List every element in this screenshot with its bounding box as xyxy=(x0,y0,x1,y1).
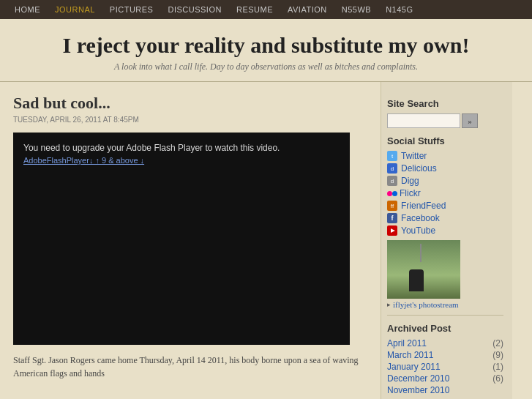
nav-item-journal[interactable]: JOURNAL xyxy=(48,5,102,14)
nav-item-home[interactable]: HOME xyxy=(7,5,48,14)
flash-link[interactable]: AdobeFlashPlayer↓ ↑ 9 & above ↓ xyxy=(23,156,340,165)
social-delicious[interactable]: d Delicious xyxy=(387,163,503,174)
social-facebook[interactable]: f Facebook xyxy=(387,213,503,223)
delicious-icon: d xyxy=(387,163,397,174)
social-digg-label: Digg xyxy=(401,176,419,186)
archive-count-march-2011: (9) xyxy=(492,350,503,360)
social-youtube[interactable]: ▶ YouTube xyxy=(387,225,503,236)
nav-item-n145g[interactable]: N145G xyxy=(378,5,420,14)
post-title: Sad but cool... xyxy=(13,94,367,113)
sidebar-divider xyxy=(387,315,503,316)
navigation-bar: HOMEJOURNALPICTURESDISCUSSIONRESUMEAVIAT… xyxy=(0,0,532,19)
nav-item-resume[interactable]: RESUME xyxy=(229,5,280,14)
social-twitter-label: Twitter xyxy=(401,151,427,161)
post-excerpt: Staff Sgt. Jason Rogers came home Thursd… xyxy=(13,354,367,380)
site-header: I reject your reality and substitute my … xyxy=(0,19,532,82)
photostream-arrow-icon: ▸ xyxy=(387,301,391,308)
social-friendfeed[interactable]: ff FriendFeed xyxy=(387,201,503,211)
nav-item-aviation[interactable]: AVIATION xyxy=(280,5,334,14)
photostream-image[interactable] xyxy=(387,240,460,299)
flickr-icon xyxy=(387,191,397,196)
sidebar: Site Search » Social Stuffs t Twitter d … xyxy=(381,82,512,399)
archive-dec-2010: December 2010 (6) xyxy=(387,373,503,384)
social-facebook-label: Facebook xyxy=(401,213,440,223)
archive-march-2011: March 2011 (9) xyxy=(387,350,503,360)
nav-item-pictures[interactable]: PICTURES xyxy=(102,5,161,14)
digg-icon: d xyxy=(387,176,397,186)
youtube-icon: ▶ xyxy=(387,225,397,236)
archive-section-title: Archived Post xyxy=(387,323,503,334)
nav-item-discussion[interactable]: DISCUSSION xyxy=(160,5,228,14)
video-container: You need to upgrade your Adobe Flash Pla… xyxy=(13,133,350,345)
flash-warning: You need to upgrade your Adobe Flash Pla… xyxy=(23,143,340,153)
archive-link-april-2011[interactable]: April 2011 xyxy=(387,338,427,348)
search-row: » xyxy=(387,113,503,128)
archive-link-march-2011[interactable]: March 2011 xyxy=(387,350,433,360)
archive-nov-2010: November 2010 xyxy=(387,385,503,395)
facebook-icon: f xyxy=(387,213,397,223)
social-friendfeed-label: FriendFeed xyxy=(401,201,446,211)
search-input[interactable] xyxy=(387,113,460,128)
archive-count-jan-2011: (1) xyxy=(492,362,503,372)
archive-april-2011: April 2011 (2) xyxy=(387,338,503,348)
social-youtube-label: YouTube xyxy=(401,225,435,236)
content-wrapper: Sad but cool... TUESDAY, APRIL 26, 2011 … xyxy=(0,82,532,399)
twitter-icon: t xyxy=(387,151,397,161)
social-flickr-label: Flickr xyxy=(400,188,421,198)
archive-count-april-2011: (2) xyxy=(492,338,503,348)
archive-link-nov-2010[interactable]: November 2010 xyxy=(387,385,449,395)
search-button[interactable]: » xyxy=(462,113,478,128)
archive-jan-2011: January 2011 (1) xyxy=(387,362,503,372)
archive-link-jan-2011[interactable]: January 2011 xyxy=(387,362,441,372)
site-title: I reject your reality and substitute my … xyxy=(7,32,525,59)
photostream-text: iflyjet's photostream xyxy=(393,300,459,309)
nav-item-n55wb[interactable]: N55WB xyxy=(334,5,378,14)
main-content: Sad but cool... TUESDAY, APRIL 26, 2011 … xyxy=(0,82,381,399)
social-digg[interactable]: d Digg xyxy=(387,176,503,186)
social-twitter[interactable]: t Twitter xyxy=(387,151,503,161)
friendfeed-icon: ff xyxy=(387,201,397,211)
post-date: TUESDAY, APRIL 26, 2011 AT 8:45PM xyxy=(13,116,367,124)
site-tagline: A look into what I call life. Day to day… xyxy=(7,61,525,72)
archive-count-dec-2010: (6) xyxy=(492,373,503,384)
social-flickr[interactable]: Flickr xyxy=(387,188,503,198)
archive-link-dec-2010[interactable]: December 2010 xyxy=(387,373,449,384)
search-section-title: Site Search xyxy=(387,98,503,109)
photostream-label[interactable]: ▸ iflyjet's photostream xyxy=(387,300,503,309)
social-delicious-label: Delicious xyxy=(401,163,437,174)
social-section-title: Social Stuffs xyxy=(387,135,503,146)
